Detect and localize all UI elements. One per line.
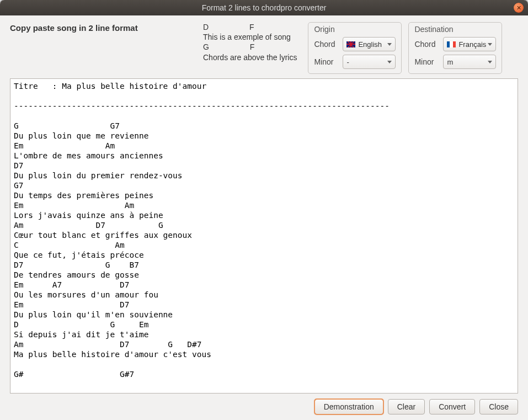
song-input-wrap bbox=[10, 78, 518, 394]
chevron-down-icon bbox=[488, 61, 492, 63]
demonstration-button[interactable]: Demonstration bbox=[314, 399, 383, 414]
close-icon: ✕ bbox=[516, 4, 521, 12]
chevron-down-icon bbox=[387, 61, 392, 63]
origin-minor-combo[interactable]: - bbox=[343, 55, 396, 69]
origin-title: Origin bbox=[314, 25, 396, 34]
origin-chord-label: Chord bbox=[314, 40, 338, 49]
button-bar: Demonstration Clear Convert Close bbox=[10, 399, 518, 414]
destination-minor-row: Minor m bbox=[414, 55, 496, 69]
example-chords-1: D F bbox=[203, 23, 254, 31]
origin-panel: Origin Chord English Minor - bbox=[308, 22, 402, 74]
flag-english-icon bbox=[346, 41, 355, 47]
destination-minor-label: Minor bbox=[414, 57, 439, 66]
destination-minor-combo[interactable]: m bbox=[443, 55, 496, 69]
close-window-button[interactable]: ✕ bbox=[514, 3, 524, 13]
origin-minor-label: Minor bbox=[314, 57, 338, 66]
titlebar: Format 2 lines to chordpro converter ✕ bbox=[0, 0, 528, 15]
origin-chord-value: English bbox=[358, 40, 382, 49]
content-area: Copy paste song in 2 line format D F Thi… bbox=[0, 15, 528, 420]
destination-chord-label: Chord bbox=[414, 40, 439, 49]
chevron-down-icon bbox=[488, 43, 492, 46]
example-lyrics-2: Chords are above the lyrics bbox=[203, 53, 297, 62]
settings-panels: Origin Chord English Minor - bbox=[308, 22, 502, 74]
destination-panel: Destination Chord Français Minor m bbox=[408, 22, 502, 74]
destination-chord-value: Français bbox=[458, 40, 486, 49]
dialog-window: Format 2 lines to chordpro converter ✕ C… bbox=[0, 0, 528, 420]
destination-chord-row: Chord Français bbox=[414, 37, 496, 51]
destination-title: Destination bbox=[414, 25, 496, 34]
convert-button[interactable]: Convert bbox=[429, 399, 475, 414]
flag-french-icon bbox=[447, 41, 456, 47]
destination-minor-value: m bbox=[447, 58, 453, 66]
clear-button[interactable]: Clear bbox=[388, 399, 425, 414]
origin-minor-row: Minor - bbox=[314, 55, 396, 69]
chevron-down-icon bbox=[387, 43, 392, 46]
origin-chord-combo[interactable]: English bbox=[343, 37, 396, 51]
window-title: Format 2 lines to chordpro converter bbox=[202, 3, 327, 12]
example-lyrics-1: This is a exemple of song bbox=[203, 33, 291, 41]
example-block: D F This is a exemple of song G F Chords… bbox=[203, 22, 297, 62]
top-row: Copy paste song in 2 line format D F Thi… bbox=[10, 22, 518, 74]
instruction-label: Copy paste song in 2 line format bbox=[10, 22, 192, 33]
song-input[interactable] bbox=[10, 79, 518, 393]
origin-minor-value: - bbox=[346, 58, 349, 66]
example-chords-2: G F bbox=[203, 42, 254, 51]
origin-chord-row: Chord English bbox=[314, 37, 396, 51]
close-button[interactable]: Close bbox=[479, 399, 518, 414]
destination-chord-combo[interactable]: Français bbox=[443, 37, 496, 51]
